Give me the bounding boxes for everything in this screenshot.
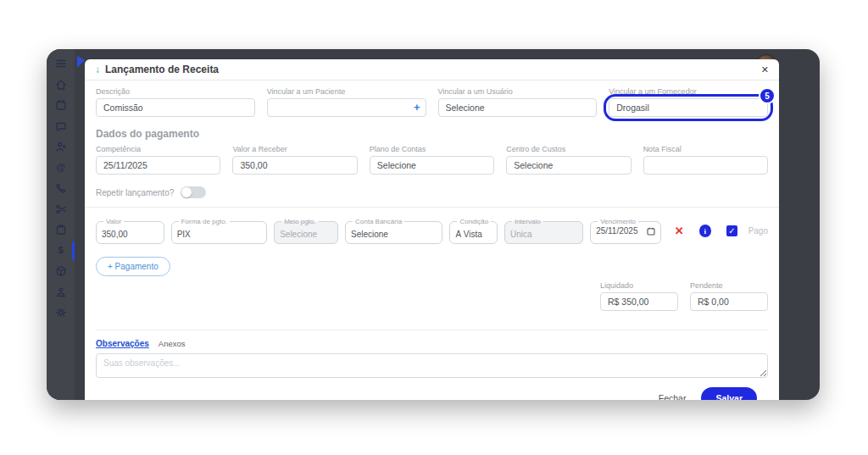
- valor-receber-input[interactable]: [232, 156, 357, 175]
- conta-bancaria-field: Conta Bancária: [345, 218, 442, 244]
- liquidado-label: Liquidado: [600, 281, 678, 290]
- fornecedor-label: Vincular a um Fornecedor: [609, 87, 768, 96]
- save-button[interactable]: Salvar: [701, 387, 757, 400]
- background-logo: [77, 56, 85, 68]
- totals-row: Liquidado Pendente: [96, 281, 768, 311]
- paciente-input[interactable]: [267, 98, 426, 117]
- usuario-select[interactable]: [438, 98, 598, 117]
- condicao-label: Condição: [457, 218, 491, 225]
- nota-fiscal-input[interactable]: [643, 156, 768, 175]
- installment-valor-field: Valor: [96, 218, 164, 244]
- modal-body: Descrição Vincular a um Paciente + Vincu…: [85, 80, 779, 400]
- sidebar-item-settings[interactable]: [47, 307, 75, 319]
- meio-pgto-field: Meio pgto.: [274, 218, 338, 244]
- installment-row: Valor Forma de pgto. Meio pgto. Conta Ba…: [96, 218, 768, 244]
- active-indicator: [72, 241, 75, 260]
- chat-icon: [55, 120, 67, 132]
- link-fields-row: Descrição Vincular a um Paciente + Vincu…: [96, 87, 768, 117]
- close-button[interactable]: Fechar: [659, 393, 687, 400]
- installment-valor-label: Valor: [103, 218, 124, 225]
- descricao-input[interactable]: [96, 98, 255, 117]
- repeat-label: Repetir lançamento?: [96, 188, 174, 197]
- sidebar-item-tasks[interactable]: [47, 224, 75, 236]
- repeat-row: Repetir lançamento?: [96, 186, 768, 198]
- meio-pgto-select[interactable]: [280, 229, 332, 240]
- at-icon: @: [56, 163, 65, 172]
- clipboard-icon: [55, 224, 67, 236]
- divider: [85, 207, 779, 208]
- date-picker-icon[interactable]: [647, 227, 655, 236]
- forma-pgto-label: Forma de pgto.: [179, 218, 230, 225]
- plano-contas-select[interactable]: [370, 156, 494, 175]
- forma-pgto-select[interactable]: [177, 229, 262, 240]
- annotation-step-badge: 5: [759, 87, 776, 104]
- liquidado-input: [600, 292, 678, 311]
- close-icon[interactable]: ✕: [761, 64, 769, 75]
- observations-textarea[interactable]: [96, 353, 768, 378]
- add-payment-button[interactable]: + Pagamento: [96, 257, 170, 276]
- field-nota-fiscal: Nota Fiscal: [643, 145, 768, 175]
- menu-button[interactable]: [47, 58, 75, 69]
- info-icon[interactable]: i: [699, 225, 711, 237]
- intervalo-select[interactable]: [510, 229, 577, 240]
- repeat-toggle[interactable]: [181, 186, 206, 198]
- usuario-label: Vincular a um Usuário: [438, 87, 598, 96]
- modal-header: ↓ Lançamento de Receita ✕: [85, 59, 779, 80]
- sidebar-item-email[interactable]: @: [47, 162, 75, 174]
- conta-bancaria-select[interactable]: [351, 229, 437, 240]
- tab-observacoes[interactable]: Observações: [96, 339, 149, 348]
- pago-checkbox[interactable]: ✓: [726, 225, 737, 236]
- competencia-label: Competência: [96, 145, 220, 153]
- phone-icon: [55, 182, 67, 194]
- notes-tabs: Observações Anexos: [96, 330, 768, 348]
- nota-fiscal-label: Nota Fiscal: [643, 145, 768, 153]
- field-descricao: Descrição: [96, 87, 255, 117]
- intervalo-label: Intervalo: [512, 218, 543, 225]
- calendar-icon: [55, 99, 67, 111]
- pago-label: Pago: [748, 226, 768, 236]
- dollar-icon: $: [58, 246, 63, 255]
- payment-section-title: Dados do pagamento: [96, 128, 768, 140]
- centro-custos-select[interactable]: [506, 156, 631, 175]
- toggle-knob: [181, 187, 192, 197]
- vencimento-label: Vencimento: [598, 218, 638, 225]
- field-centro-custos: Centro de Custos: [506, 145, 631, 175]
- meio-pgto-label: Meio pgto.: [281, 218, 318, 225]
- sidebar-item-financial[interactable]: $: [47, 245, 75, 257]
- sidebar-item-stock[interactable]: [47, 265, 75, 277]
- sidebar-item-add-patient[interactable]: [47, 141, 75, 153]
- sidebar-item-chat[interactable]: [47, 120, 75, 132]
- condicao-select[interactable]: [455, 229, 492, 240]
- field-fornecedor: Vincular a um Fornecedor 5: [609, 87, 768, 117]
- pendente-label: Pendente: [690, 281, 768, 290]
- vencimento-field: Vencimento: [590, 218, 661, 244]
- centro-custos-label: Centro de Custos: [506, 145, 631, 153]
- field-valor-receber: Valor a Receber: [232, 145, 357, 175]
- competencia-input[interactable]: [96, 156, 220, 175]
- gear-icon: [55, 307, 67, 319]
- app-window: ? ... @: [47, 49, 820, 400]
- field-plano-contas: Plano de Contas: [370, 145, 494, 175]
- field-liquidado: Liquidado: [600, 281, 678, 311]
- tab-anexos[interactable]: Anexos: [159, 339, 186, 348]
- sidebar-item-procedures[interactable]: [47, 203, 75, 215]
- revenue-entry-modal: ↓ Lançamento de Receita ✕ Descrição Vinc…: [85, 59, 779, 400]
- sidebar-item-phone[interactable]: [47, 182, 75, 194]
- payment-fields-row: Competência Valor a Receber Plano de Con…: [96, 145, 768, 175]
- modal-title: Lançamento de Receita: [105, 64, 219, 75]
- valor-receber-label: Valor a Receber: [232, 145, 357, 153]
- add-patient-icon[interactable]: +: [414, 101, 420, 114]
- sidebar-item-agenda[interactable]: [47, 99, 75, 111]
- home-icon: [55, 79, 67, 91]
- installment-valor-input[interactable]: [102, 229, 159, 240]
- paciente-label: Vincular a um Paciente: [267, 87, 426, 96]
- modal-footer: Fechar Salvar: [96, 381, 768, 400]
- hamburger-icon: [55, 58, 67, 69]
- sidebar-item-commissions[interactable]: [47, 286, 75, 298]
- vencimento-input[interactable]: [596, 225, 644, 236]
- conta-bancaria-label: Conta Bancária: [353, 218, 404, 225]
- sidebar-item-home[interactable]: [47, 79, 75, 91]
- remove-installment-icon[interactable]: ✕: [675, 225, 684, 237]
- fornecedor-input[interactable]: [609, 98, 768, 117]
- pendente-input: [690, 292, 768, 311]
